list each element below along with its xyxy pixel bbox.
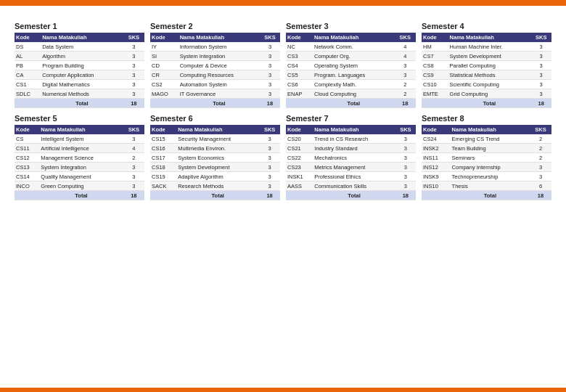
table-cell: 3 <box>259 181 280 191</box>
table-cell: 3 <box>530 80 551 89</box>
total-row: Total18 <box>286 99 416 108</box>
table-cell: 3 <box>530 52 551 61</box>
table-cell: Data System <box>41 42 123 52</box>
table-cell: CS23 <box>286 163 313 172</box>
table-cell: 3 <box>123 89 144 99</box>
bottom-bar <box>0 388 566 392</box>
col-header-2: SKS <box>530 33 551 42</box>
col-header-1: Nama Matakuliah <box>451 125 530 134</box>
semester-title-3: Semester 3 <box>286 22 416 30</box>
table-cell: Parallel Computing <box>448 61 531 70</box>
table-row: SDLCNumerical Methods3 <box>15 89 144 99</box>
table-cell: 3 <box>395 70 417 80</box>
table-row: CSIntelligent System3 <box>15 134 144 144</box>
table-cell: 3 <box>395 181 416 191</box>
table-cell: Computer Application <box>41 70 123 80</box>
table-cell: 4 <box>395 52 417 61</box>
table-cell: Digital Mathematics <box>41 80 123 89</box>
table-cell: INS11 <box>422 153 451 163</box>
table-cell: CS22 <box>286 153 313 163</box>
col-header-0: Kode <box>422 33 448 42</box>
table-cell: 3 <box>259 163 280 172</box>
table-cell: 3 <box>259 153 280 163</box>
semester-title-5: Semester 5 <box>15 114 144 123</box>
table-row: CS8Parallel Computing3 <box>422 61 551 70</box>
table-cell: INSK2 <box>422 144 451 153</box>
total-row: Total18 <box>150 191 280 200</box>
table-cell: 6 <box>530 181 551 191</box>
table-cell: PB <box>15 61 41 70</box>
table-cell: DS <box>15 42 41 52</box>
table-row: PBProgram Building3 <box>15 61 144 70</box>
col-header-1: Nama Matakuliah <box>448 33 531 42</box>
semester-title-4: Semester 4 <box>422 22 551 30</box>
col-header-2: SKS <box>123 125 144 134</box>
table-cell: 3 <box>260 42 280 52</box>
table-cell: INSK1 <box>286 172 313 181</box>
table-cell: Management Science <box>39 153 123 163</box>
table-cell: Complexity Math. <box>313 80 394 89</box>
table-row: SACKResearch Methods3 <box>150 181 280 191</box>
table-row: DSData System3 <box>15 42 144 52</box>
table-row: CS23Metrics Management3 <box>286 163 416 172</box>
table-cell: CS24 <box>422 134 451 144</box>
table-cell: 2 <box>530 153 551 163</box>
col-header-0: Kode <box>150 125 176 134</box>
table-row: ALAlgorithm3 <box>15 52 144 61</box>
table-row: CS20Trend in CS Research3 <box>286 134 416 144</box>
table-cell: AASS <box>286 181 313 191</box>
table-cell: CS4 <box>286 61 313 70</box>
table-row: IYInformation System3 <box>150 42 280 52</box>
table-cell: Research Methods <box>176 181 259 191</box>
total-row: Total18 <box>286 191 416 200</box>
table-cell: Metrics Management <box>313 163 395 172</box>
col-header-0: Kode <box>422 125 451 134</box>
table-cell: Information System <box>179 42 260 52</box>
table-cell: ENAP <box>286 89 313 99</box>
table-row: CS19Adaptive Algorithm3 <box>150 172 280 181</box>
table-row: INS10Thesis6 <box>422 181 551 191</box>
table-cell: CS6 <box>286 80 313 89</box>
table-cell: 3 <box>395 144 416 153</box>
table-row: CS24Emerging CS Trend2 <box>422 134 551 144</box>
table-row: CRComputing Resources3 <box>150 70 280 80</box>
semester-block-4: Semester 4KodeNama MatakuliahSKSHMHuman … <box>422 22 551 108</box>
table-row: CS9Statistical Methods3 <box>422 70 551 80</box>
col-header-1: Nama Matakuliah <box>41 33 123 42</box>
table-cell: Industry Standard <box>313 144 395 153</box>
semester-block-2: Semester 2KodeNama MatakuliahSKSIYInform… <box>150 22 280 108</box>
table-cell: Seminars <box>451 153 530 163</box>
table-cell: IT Governance <box>179 89 260 99</box>
table-cell: Grid Computing <box>448 89 531 99</box>
semester-block-5: Semester 5KodeNama MatakuliahSKSCSIntell… <box>15 114 144 200</box>
table-cell: 3 <box>123 172 144 181</box>
table-cell: CS10 <box>422 80 448 89</box>
semester-title-7: Semester 7 <box>286 114 416 123</box>
table-cell: Professional Ethics <box>313 172 395 181</box>
total-row: Total18 <box>15 99 144 108</box>
table-cell: Automation System <box>179 80 260 89</box>
table-row: CS5Program. Languages3 <box>286 70 416 80</box>
table-row: INSK9Technopreneurship3 <box>422 172 551 181</box>
table-cell: 3 <box>530 61 551 70</box>
table-row: CS11Artificial Intelligence4 <box>15 144 144 153</box>
table-cell: Quality Management <box>39 172 123 181</box>
table-cell: Operating System <box>313 61 394 70</box>
table-cell: CS20 <box>286 134 313 144</box>
table-cell: 3 <box>123 80 144 89</box>
table-cell: CD <box>150 61 179 70</box>
col-header-0: Kode <box>286 125 313 134</box>
table-cell: System Integration <box>179 52 260 61</box>
table-cell: System Economics <box>176 153 259 163</box>
semester-table-3: KodeNama MatakuliahSKSNCNetwork Comm.4CS… <box>286 33 416 108</box>
table-cell: CS11 <box>15 144 39 153</box>
table-cell: Team Building <box>451 144 530 153</box>
table-row: CS21Industry Standard3 <box>286 144 416 153</box>
col-header-1: Nama Matakuliah <box>313 33 394 42</box>
table-cell: CS18 <box>150 163 176 172</box>
semester-title-8: Semester 8 <box>422 114 551 123</box>
table-cell: Adaptive Algorithm <box>176 172 259 181</box>
table-cell: 3 <box>123 134 144 144</box>
main-content: Semester 1KodeNama MatakuliahSKSDSData S… <box>0 6 566 206</box>
table-cell: AL <box>15 52 41 61</box>
